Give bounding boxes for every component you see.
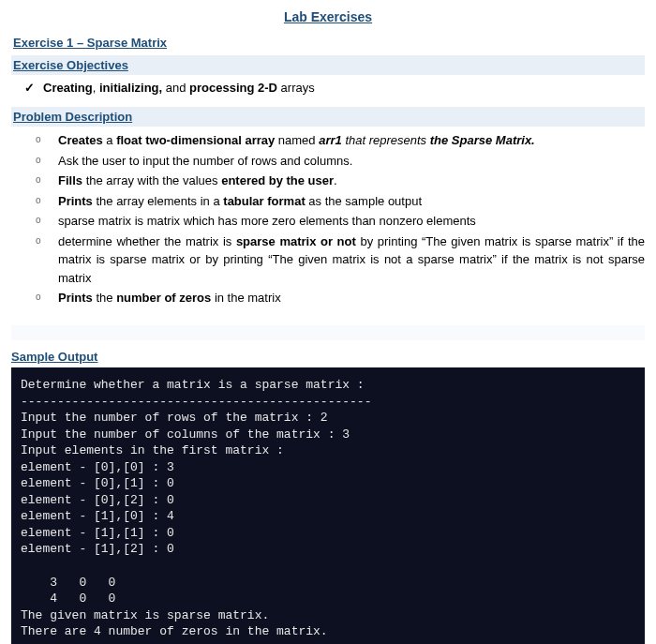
bullet-icon: o <box>36 290 41 304</box>
list-item: oFills the array with the values entered… <box>11 171 645 191</box>
terminal-output: Determine whether a matrix is a sparse m… <box>11 367 645 644</box>
sample-output-heading: Sample Output <box>11 346 645 368</box>
objective-text: Creating, initializing, and processing 2… <box>43 81 315 95</box>
item-text: Ask the user to input the number of rows… <box>58 154 352 168</box>
list-item: oPrints the number of zeros in the matri… <box>11 288 645 308</box>
check-icon: ✓ <box>24 79 35 97</box>
list-item: osparse matrix is matrix which has more … <box>11 211 645 232</box>
item-text: determine whether the matrix is sparse m… <box>58 234 645 285</box>
bullet-icon: o <box>36 132 41 146</box>
list-item: oPrints the array elements in a tabular … <box>11 191 645 212</box>
bullet-icon: o <box>36 233 41 247</box>
list-item: oAsk the user to input the number of row… <box>11 151 645 172</box>
bullet-icon: o <box>36 213 41 227</box>
problem-heading: Problem Description <box>11 107 645 127</box>
item-text: Fills the array with the values entered … <box>58 173 337 187</box>
objective-line: ✓ Creating, initializing, and processing… <box>11 75 645 105</box>
page-title: Lab Exercises <box>11 7 645 27</box>
exercise-heading: Exercise 1 – Sparse Matrix <box>11 33 645 53</box>
bullet-icon: o <box>36 193 41 207</box>
bullet-icon: o <box>36 172 41 187</box>
list-item: oCreates a float two-dimensional array n… <box>11 130 645 151</box>
item-text: Prints the number of zeros in the matrix <box>58 291 281 305</box>
list-item: odetermine whether the matrix is sparse … <box>11 232 645 289</box>
item-text: sparse matrix is matrix which has more z… <box>58 214 476 228</box>
problem-description-list: oCreates a float two-dimensional array n… <box>11 127 645 322</box>
item-text: Creates a float two-dimensional array na… <box>58 133 535 147</box>
item-text: Prints the array elements in a tabular f… <box>58 194 422 208</box>
spacer-bar <box>11 325 645 340</box>
bullet-icon: o <box>36 153 41 167</box>
objectives-heading: Exercise Objectives <box>11 55 645 76</box>
